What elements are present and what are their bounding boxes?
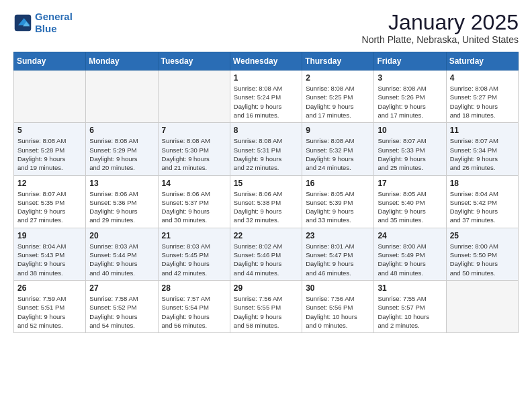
- calendar-cell: 22Sunrise: 8:02 AM Sunset: 5:46 PM Dayli…: [230, 228, 302, 280]
- calendar-cell: 30Sunrise: 7:56 AM Sunset: 5:56 PM Dayli…: [302, 280, 374, 332]
- day-number: 2: [306, 73, 370, 83]
- day-number: 13: [89, 179, 154, 188]
- day-info: Sunrise: 8:06 AM Sunset: 5:36 PM Dayligh…: [89, 189, 154, 225]
- logo-icon: [13, 13, 32, 32]
- day-info: Sunrise: 8:08 AM Sunset: 5:29 PM Dayligh…: [89, 136, 154, 172]
- week-row-5: 26Sunrise: 7:59 AM Sunset: 5:51 PM Dayli…: [14, 280, 519, 332]
- calendar-cell: 18Sunrise: 8:04 AM Sunset: 5:42 PM Dayli…: [446, 175, 518, 228]
- weekday-header-wednesday: Wednesday: [230, 52, 302, 71]
- calendar-cell: 20Sunrise: 8:03 AM Sunset: 5:44 PM Dayli…: [86, 228, 158, 280]
- day-info: Sunrise: 8:04 AM Sunset: 5:42 PM Dayligh…: [450, 189, 515, 225]
- calendar: SundayMondayTuesdayWednesdayThursdayFrid…: [13, 52, 519, 333]
- calendar-cell: 11Sunrise: 8:07 AM Sunset: 5:34 PM Dayli…: [446, 123, 518, 175]
- calendar-cell: 21Sunrise: 8:03 AM Sunset: 5:45 PM Dayli…: [158, 228, 230, 280]
- calendar-cell: 12Sunrise: 8:07 AM Sunset: 5:35 PM Dayli…: [14, 175, 86, 228]
- day-info: Sunrise: 8:08 AM Sunset: 5:30 PM Dayligh…: [162, 136, 226, 172]
- day-info: Sunrise: 8:08 AM Sunset: 5:24 PM Dayligh…: [234, 84, 298, 120]
- day-info: Sunrise: 7:56 AM Sunset: 5:55 PM Dayligh…: [234, 294, 298, 330]
- week-row-4: 19Sunrise: 8:04 AM Sunset: 5:43 PM Dayli…: [14, 228, 519, 280]
- day-info: Sunrise: 8:08 AM Sunset: 5:28 PM Dayligh…: [17, 136, 82, 172]
- day-number: 23: [306, 231, 370, 240]
- day-info: Sunrise: 8:08 AM Sunset: 5:25 PM Dayligh…: [306, 84, 370, 120]
- calendar-cell: 3Sunrise: 8:08 AM Sunset: 5:26 PM Daylig…: [374, 71, 446, 123]
- day-info: Sunrise: 8:08 AM Sunset: 5:31 PM Dayligh…: [234, 136, 298, 172]
- calendar-cell: 27Sunrise: 7:58 AM Sunset: 5:52 PM Dayli…: [86, 280, 158, 332]
- calendar-cell: 31Sunrise: 7:55 AM Sunset: 5:57 PM Dayli…: [374, 280, 446, 332]
- day-number: 27: [89, 283, 154, 293]
- day-info: Sunrise: 8:07 AM Sunset: 5:33 PM Dayligh…: [378, 136, 442, 172]
- day-number: 11: [450, 126, 515, 135]
- calendar-cell: 15Sunrise: 8:06 AM Sunset: 5:38 PM Dayli…: [230, 175, 302, 228]
- calendar-cell: 7Sunrise: 8:08 AM Sunset: 5:30 PM Daylig…: [158, 123, 230, 175]
- day-info: Sunrise: 8:06 AM Sunset: 5:37 PM Dayligh…: [162, 189, 226, 225]
- day-number: 17: [378, 179, 442, 188]
- day-number: 30: [306, 283, 370, 293]
- logo-line1: General: [35, 11, 73, 22]
- calendar-cell: 2Sunrise: 8:08 AM Sunset: 5:25 PM Daylig…: [302, 71, 374, 123]
- calendar-cell: 6Sunrise: 8:08 AM Sunset: 5:29 PM Daylig…: [86, 123, 158, 175]
- location: North Platte, Nebraska, United States: [362, 34, 519, 45]
- calendar-cell: 13Sunrise: 8:06 AM Sunset: 5:36 PM Dayli…: [86, 175, 158, 228]
- header: General Blue January 2025 North Platte, …: [13, 11, 519, 45]
- calendar-cell: 23Sunrise: 8:01 AM Sunset: 5:47 PM Dayli…: [302, 228, 374, 280]
- day-info: Sunrise: 8:08 AM Sunset: 5:27 PM Dayligh…: [450, 84, 515, 120]
- day-number: 14: [162, 179, 226, 188]
- day-number: 24: [378, 231, 442, 240]
- calendar-cell: 24Sunrise: 8:00 AM Sunset: 5:49 PM Dayli…: [374, 228, 446, 280]
- day-info: Sunrise: 8:06 AM Sunset: 5:38 PM Dayligh…: [234, 189, 298, 225]
- title-block: January 2025 North Platte, Nebraska, Uni…: [362, 11, 519, 45]
- day-info: Sunrise: 7:56 AM Sunset: 5:56 PM Dayligh…: [306, 294, 370, 330]
- day-info: Sunrise: 8:05 AM Sunset: 5:40 PM Dayligh…: [378, 189, 442, 225]
- day-number: 15: [234, 179, 298, 188]
- calendar-cell: [14, 71, 86, 123]
- day-info: Sunrise: 8:04 AM Sunset: 5:43 PM Dayligh…: [17, 242, 82, 277]
- day-info: Sunrise: 7:59 AM Sunset: 5:51 PM Dayligh…: [17, 294, 82, 330]
- day-info: Sunrise: 8:00 AM Sunset: 5:49 PM Dayligh…: [378, 242, 442, 277]
- weekday-header-sunday: Sunday: [14, 52, 86, 71]
- page: General Blue January 2025 North Platte, …: [0, 0, 532, 411]
- logo: General Blue: [13, 11, 73, 35]
- day-info: Sunrise: 8:05 AM Sunset: 5:39 PM Dayligh…: [306, 189, 370, 225]
- day-number: 20: [89, 231, 154, 240]
- day-number: 21: [162, 231, 226, 240]
- weekday-header-monday: Monday: [86, 52, 158, 71]
- weekday-header-tuesday: Tuesday: [158, 52, 230, 71]
- logo-line2: Blue: [35, 23, 57, 34]
- day-number: 7: [162, 126, 226, 135]
- calendar-cell: 25Sunrise: 8:00 AM Sunset: 5:50 PM Dayli…: [446, 228, 518, 280]
- day-number: 29: [234, 283, 298, 293]
- day-number: 19: [17, 231, 82, 240]
- day-info: Sunrise: 7:58 AM Sunset: 5:52 PM Dayligh…: [89, 294, 154, 330]
- calendar-cell: 16Sunrise: 8:05 AM Sunset: 5:39 PM Dayli…: [302, 175, 374, 228]
- day-info: Sunrise: 8:02 AM Sunset: 5:46 PM Dayligh…: [234, 242, 298, 277]
- weekday-header-friday: Friday: [374, 52, 446, 71]
- calendar-cell: 8Sunrise: 8:08 AM Sunset: 5:31 PM Daylig…: [230, 123, 302, 175]
- month-title: January 2025: [362, 11, 519, 34]
- week-row-1: 1Sunrise: 8:08 AM Sunset: 5:24 PM Daylig…: [14, 71, 519, 123]
- calendar-cell: 17Sunrise: 8:05 AM Sunset: 5:40 PM Dayli…: [374, 175, 446, 228]
- day-number: 6: [89, 126, 154, 135]
- day-number: 25: [450, 231, 515, 240]
- calendar-cell: 10Sunrise: 8:07 AM Sunset: 5:33 PM Dayli…: [374, 123, 446, 175]
- day-number: 5: [17, 126, 82, 135]
- day-info: Sunrise: 8:00 AM Sunset: 5:50 PM Dayligh…: [450, 242, 515, 277]
- calendar-cell: 9Sunrise: 8:08 AM Sunset: 5:32 PM Daylig…: [302, 123, 374, 175]
- day-info: Sunrise: 7:57 AM Sunset: 5:54 PM Dayligh…: [162, 294, 226, 330]
- calendar-cell: 5Sunrise: 8:08 AM Sunset: 5:28 PM Daylig…: [14, 123, 86, 175]
- calendar-cell: 1Sunrise: 8:08 AM Sunset: 5:24 PM Daylig…: [230, 71, 302, 123]
- weekday-header-saturday: Saturday: [446, 52, 518, 71]
- calendar-cell: 28Sunrise: 7:57 AM Sunset: 5:54 PM Dayli…: [158, 280, 230, 332]
- day-info: Sunrise: 8:07 AM Sunset: 5:34 PM Dayligh…: [450, 136, 515, 172]
- day-number: 1: [234, 73, 298, 83]
- day-info: Sunrise: 8:07 AM Sunset: 5:35 PM Dayligh…: [17, 189, 82, 225]
- day-number: 18: [450, 179, 515, 188]
- day-number: 9: [306, 126, 370, 135]
- weekday-header-row: SundayMondayTuesdayWednesdayThursdayFrid…: [14, 52, 519, 71]
- logo-text: General Blue: [35, 11, 73, 35]
- day-number: 8: [234, 126, 298, 135]
- week-row-3: 12Sunrise: 8:07 AM Sunset: 5:35 PM Dayli…: [14, 175, 519, 228]
- day-number: 16: [306, 179, 370, 188]
- calendar-cell: 4Sunrise: 8:08 AM Sunset: 5:27 PM Daylig…: [446, 71, 518, 123]
- day-number: 3: [378, 73, 442, 83]
- week-row-2: 5Sunrise: 8:08 AM Sunset: 5:28 PM Daylig…: [14, 123, 519, 175]
